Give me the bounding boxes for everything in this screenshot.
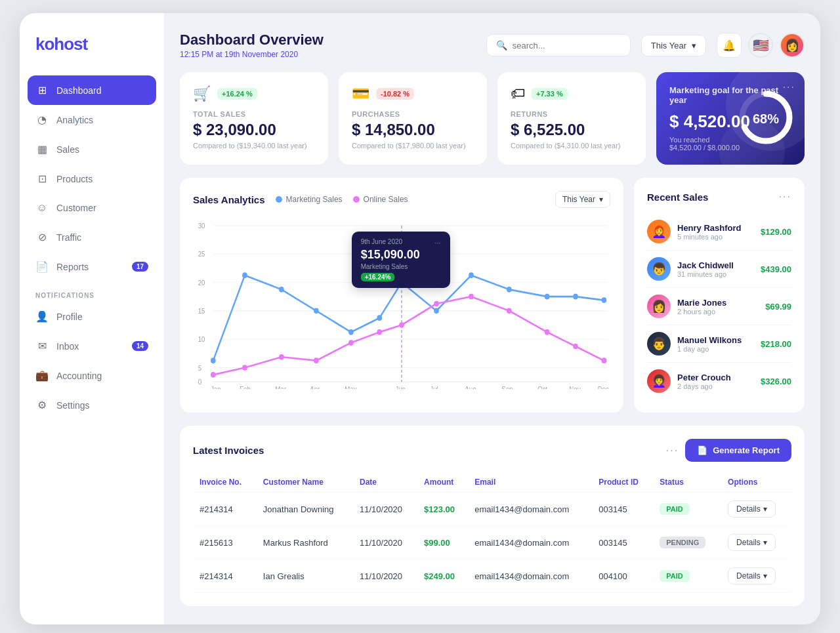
- stat-badge-purchases: -10.82 %: [376, 88, 414, 100]
- middle-row: Sales Analytics Marketing Sales Online S…: [180, 178, 805, 413]
- product-id: 003145: [592, 526, 653, 560]
- cart-icon: 🛒: [193, 85, 211, 102]
- stat-badge-total-sales: +16.24 %: [217, 88, 257, 100]
- chevron-down-icon: ▾: [692, 41, 696, 51]
- invoice-date: 11/10/2020: [353, 493, 417, 526]
- sale-avatar-0: 👩‍🦰: [647, 220, 671, 243]
- tooltip-badge: +16.24%: [361, 273, 395, 281]
- svg-point-20: [314, 308, 319, 314]
- sale-time-0: 5 minutes ago: [677, 233, 754, 241]
- stat-card-header: 🏷 +7.33 %: [511, 85, 633, 102]
- svg-text:15: 15: [198, 308, 205, 316]
- notification-button[interactable]: 🔔: [717, 33, 742, 58]
- invoices-card: Latest Invoices ··· 📄 Generate Report In…: [180, 426, 805, 606]
- sidebar-item-label: Traffic: [56, 232, 81, 243]
- stat-card-returns: 🏷 +7.33 % RETURNS $ 6,525.00 Compared to…: [497, 72, 646, 165]
- status-badge: PAID: [660, 503, 689, 515]
- chart-card: Sales Analytics Marketing Sales Online S…: [180, 178, 623, 413]
- chart-year-label: This Year: [562, 195, 595, 204]
- stat-value-total-sales: $ 23,090.00: [193, 121, 315, 139]
- sidebar-item-customer[interactable]: ☺ Customer: [20, 194, 164, 222]
- sale-time-4: 2 days ago: [677, 382, 754, 390]
- invoices-more-icon[interactable]: ···: [666, 445, 679, 457]
- sale-item-0: 👩‍🦰 Henry Rashford 5 minutes ago $129.00: [647, 213, 791, 251]
- sale-time-2: 2 hours ago: [677, 308, 759, 316]
- sidebar-item-inbox[interactable]: ✉ Inbox 14: [20, 331, 164, 361]
- svg-point-38: [469, 294, 474, 300]
- marketing-reached-value: $4,520.00 / $8,000.00: [669, 144, 740, 152]
- svg-point-30: [211, 372, 216, 378]
- stat-value-returns: $ 6,525.00: [511, 121, 633, 139]
- invoice-no: #214314: [193, 560, 257, 593]
- chevron-right-icon: ▾: [763, 538, 767, 547]
- svg-point-29: [602, 297, 607, 303]
- svg-text:Aug: Aug: [465, 386, 476, 389]
- inbox-badge: 14: [132, 341, 148, 351]
- legend-online: Online Sales: [353, 195, 408, 204]
- svg-point-40: [545, 329, 550, 335]
- sidebar-item-products[interactable]: ⊡ Products: [20, 164, 164, 194]
- details-button[interactable]: Details ▾: [728, 500, 776, 518]
- search-bar[interactable]: 🔍: [486, 34, 631, 56]
- invoice-no: #215613: [193, 526, 257, 560]
- tooltip-label: Marketing Sales: [361, 263, 441, 270]
- stat-label-returns: RETURNS: [511, 110, 633, 118]
- chart-year-select[interactable]: This Year ▾: [555, 191, 610, 208]
- legend-label-online: Online Sales: [364, 195, 408, 204]
- chart-header: Sales Analytics Marketing Sales Online S…: [193, 191, 610, 208]
- svg-point-35: [377, 329, 382, 335]
- year-filter[interactable]: This Year ▾: [641, 35, 706, 56]
- invoice-options[interactable]: Details ▾: [721, 560, 791, 593]
- sidebar-item-accounting[interactable]: 💼 Accounting: [20, 361, 164, 390]
- stat-label-purchases: PURCHASES: [352, 110, 474, 118]
- invoice-date: 11/10/2020: [353, 560, 417, 593]
- search-input[interactable]: [513, 41, 621, 51]
- sale-info-2: Marie Jones 2 hours ago: [677, 298, 759, 316]
- svg-point-21: [348, 329, 354, 335]
- sidebar-item-reports[interactable]: 📄 Reports 17: [20, 252, 164, 281]
- invoice-options[interactable]: Details ▾: [721, 493, 791, 526]
- details-button[interactable]: Details ▾: [728, 567, 776, 584]
- svg-point-25: [469, 272, 474, 278]
- invoice-email: email1434@domain.com: [468, 526, 592, 560]
- svg-text:May: May: [345, 386, 357, 389]
- tooltip-date: 9th June 2020: [361, 238, 441, 245]
- sidebar-item-traffic[interactable]: ⊘ Traffic: [20, 222, 164, 252]
- sidebar-item-settings[interactable]: ⚙ Settings: [20, 390, 164, 420]
- sale-name-4: Peter Crouch: [677, 373, 754, 382]
- sale-name-1: Jack Chidwell: [677, 260, 754, 270]
- sale-amount-4: $326.00: [761, 377, 791, 386]
- language-button[interactable]: 🇺🇸: [748, 33, 773, 58]
- user-avatar-button[interactable]: 👩: [780, 33, 805, 58]
- sidebar-item-analytics[interactable]: ◔ Analytics: [20, 105, 164, 134]
- sale-avatar-1: 👦: [647, 257, 671, 281]
- recent-sales-more-icon[interactable]: ···: [779, 191, 791, 203]
- invoice-options[interactable]: Details ▾: [721, 526, 791, 560]
- svg-point-42: [602, 357, 607, 363]
- recent-sales-card: Recent Sales ··· 👩‍🦰 Henry Rashford 5 mi…: [634, 178, 805, 413]
- col-amount: Amount: [417, 472, 468, 493]
- svg-text:Nov: Nov: [569, 386, 581, 389]
- sales-icon: ▦: [35, 143, 49, 155]
- sale-avatar-4: 👩‍🦱: [647, 369, 671, 393]
- stat-compare-purchases: Compared to ($17,980.00 last year): [352, 142, 474, 150]
- sidebar-item-dashboard[interactable]: ⊞ Dashboard: [28, 75, 156, 105]
- sidebar-item-sales[interactable]: ▦ Sales: [20, 134, 164, 164]
- chart-chevron-icon: ▾: [599, 195, 603, 204]
- svg-text:5: 5: [198, 364, 202, 372]
- svg-text:Feb: Feb: [240, 386, 251, 389]
- sidebar-item-label: Settings: [56, 400, 90, 411]
- svg-text:30: 30: [198, 222, 205, 230]
- sidebar-item-profile[interactable]: 👤 Profile: [20, 302, 164, 331]
- invoice-status: PENDING: [653, 526, 721, 560]
- bell-icon: 🔔: [723, 39, 736, 52]
- svg-point-34: [348, 340, 354, 346]
- sidebar-item-label: Inbox: [56, 341, 79, 352]
- svg-point-18: [242, 272, 247, 278]
- stats-row: 🛒 +16.24 % TOTAL SALES $ 23,090.00 Compa…: [180, 72, 805, 165]
- sidebar-item-label: Dashboard: [56, 85, 102, 96]
- generate-report-button[interactable]: 📄 Generate Report: [685, 439, 791, 462]
- details-button[interactable]: Details ▾: [728, 534, 776, 551]
- svg-point-19: [279, 287, 284, 293]
- svg-text:Mar: Mar: [275, 386, 286, 389]
